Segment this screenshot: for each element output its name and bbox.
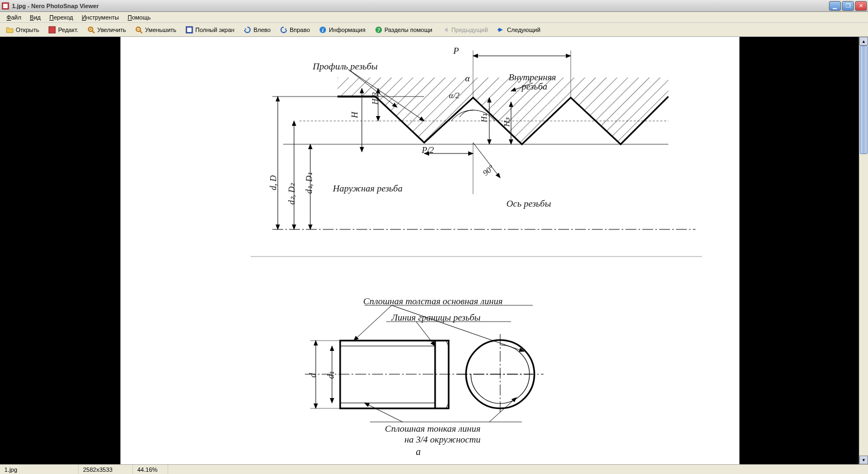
window-title: 1.jpg - Nero PhotoSnap Viewer xyxy=(12,3,829,9)
label-fig: а xyxy=(416,446,421,458)
fullscreen-icon xyxy=(185,25,194,34)
svg-line-60 xyxy=(489,398,516,422)
minimize-button[interactable]: ▁ xyxy=(829,1,841,11)
menu-view[interactable]: Вид xyxy=(25,13,45,22)
svg-line-8 xyxy=(140,31,142,33)
arrow-left-icon xyxy=(441,25,450,34)
label-profile: Профиль резьбы xyxy=(313,61,378,72)
label-H1: H₁ xyxy=(479,113,489,123)
label-H: H xyxy=(349,112,359,118)
menu-goto[interactable]: Переход xyxy=(45,13,78,22)
info-button[interactable]: i Информация xyxy=(315,24,368,35)
label-d1: d₁ xyxy=(325,371,335,379)
close-button[interactable]: ✕ xyxy=(855,1,867,11)
menu-file[interactable]: Файл xyxy=(2,13,25,22)
prev-label: Предыдущий xyxy=(451,27,488,33)
label-axis: Ось резьбы xyxy=(507,198,551,209)
label-thick: Сплошная толстая основная линия xyxy=(363,296,503,307)
maximize-button[interactable]: ❐ xyxy=(842,1,854,11)
zoom-in-icon xyxy=(87,25,95,34)
next-label: Следующий xyxy=(507,27,540,33)
label-d2D2: d₂, D₂ xyxy=(286,183,297,205)
zoomin-button[interactable]: Увеличить xyxy=(84,24,129,35)
rotate-left-icon xyxy=(243,25,252,34)
svg-line-57 xyxy=(416,322,435,346)
rotate-right-icon xyxy=(279,25,288,34)
content-area: Профиль резьбы Внутренняя резьба Наружна… xyxy=(0,37,868,464)
svg-rect-16 xyxy=(497,29,500,30)
fullscreen-button[interactable]: Полный экран xyxy=(182,24,238,35)
help-icon: ? xyxy=(374,25,383,34)
label-internal2: резьба xyxy=(522,81,547,92)
label-P: P xyxy=(454,46,459,56)
help-label: Разделы помощи xyxy=(385,27,432,33)
label-boundary: Линия границы резьбы xyxy=(392,312,481,323)
next-button[interactable]: Следующий xyxy=(493,24,544,35)
info-icon: i xyxy=(318,25,327,34)
label-alpha: α xyxy=(465,74,470,84)
label-H3: H₃ xyxy=(502,118,512,127)
svg-text:i: i xyxy=(322,27,324,33)
label-alpha2: α/2 xyxy=(449,91,460,100)
prev-button: Предыдущий xyxy=(438,24,491,35)
rotate-left-button[interactable]: Влево xyxy=(240,24,274,35)
menubar: Файл Вид Переход Инструменты Помощь xyxy=(0,12,868,23)
label-d1D1: d₁, D₁ xyxy=(304,172,314,194)
svg-rect-2 xyxy=(49,27,55,33)
label-dD: d, D xyxy=(268,175,278,190)
label-d: d xyxy=(308,373,318,378)
zoomout-label: Уменьшить xyxy=(145,27,176,33)
menu-help[interactable]: Помощь xyxy=(123,13,155,22)
info-label: Информация xyxy=(329,27,365,33)
edit-label: Редакт. xyxy=(58,27,78,33)
toolbar: Открыть Редакт. Увеличить Уменьшить Полн… xyxy=(0,23,868,37)
scroll-up-button[interactable]: ▲ xyxy=(859,37,868,46)
zoomout-button[interactable]: Уменьшить xyxy=(131,24,180,35)
app-icon xyxy=(1,2,10,10)
scroll-thumb[interactable] xyxy=(860,46,867,154)
edit-icon xyxy=(48,25,56,34)
label-thin1: Сплошная тонкая линия xyxy=(385,424,481,434)
folder-open-icon xyxy=(5,25,14,34)
help-button[interactable]: ? Разделы помощи xyxy=(371,24,436,35)
window-controls: ▁ ❐ ✕ xyxy=(829,1,867,11)
svg-rect-11 xyxy=(187,28,192,32)
right-margin xyxy=(739,37,859,464)
zoomin-label: Увеличить xyxy=(97,27,126,33)
zoom-out-icon xyxy=(135,25,143,34)
svg-text:?: ? xyxy=(377,27,380,33)
open-button[interactable]: Открыть xyxy=(2,24,42,35)
label-thin2: на 3/4 окружности xyxy=(405,434,481,445)
scroll-down-button[interactable]: ▼ xyxy=(859,456,868,464)
left-margin xyxy=(0,37,120,464)
open-label: Открыть xyxy=(16,27,39,33)
status-dimensions: 2582x3533 xyxy=(79,465,133,474)
svg-line-54 xyxy=(354,305,392,341)
svg-rect-1 xyxy=(3,4,8,8)
svg-line-4 xyxy=(92,31,94,33)
edit-button[interactable]: Редакт. xyxy=(44,24,81,35)
menu-tools[interactable]: Инструменты xyxy=(78,13,124,22)
status-filename: 1.jpg xyxy=(0,465,79,474)
rotate-left-label: Влево xyxy=(253,27,271,33)
status-zoom: 44.16% xyxy=(133,465,168,474)
rotate-right-label: Вправо xyxy=(290,27,310,33)
arrow-right-icon xyxy=(496,25,505,34)
titlebar: 1.jpg - Nero PhotoSnap Viewer ▁ ❐ ✕ xyxy=(0,0,868,12)
svg-line-59 xyxy=(365,403,403,422)
image-page[interactable]: Профиль резьбы Внутренняя резьба Наружна… xyxy=(120,37,740,464)
fullscreen-label: Полный экран xyxy=(195,27,234,33)
rotate-right-button[interactable]: Вправо xyxy=(276,24,313,35)
scrollbar-vertical[interactable]: ▲ ▼ xyxy=(859,37,868,464)
label-external: Наружная резьба xyxy=(333,183,403,194)
label-P2: P/2 xyxy=(422,145,434,155)
statusbar: 1.jpg 2582x3533 44.16% xyxy=(0,464,868,474)
label-H2: H/2 xyxy=(370,92,379,105)
